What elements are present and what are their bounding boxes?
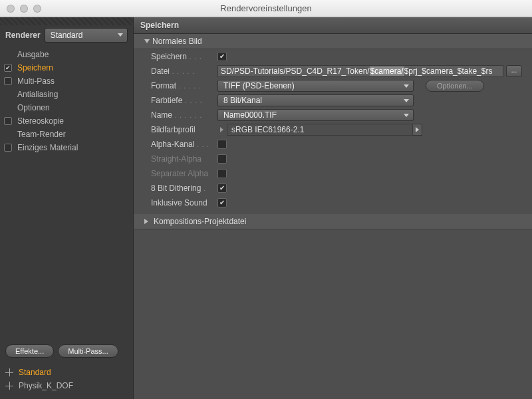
- preset-standard[interactable]: Standard: [0, 366, 133, 379]
- label-name: Name: [151, 110, 172, 120]
- sidebar: Renderer Standard AusgabeSpeichernMulti-…: [0, 17, 133, 399]
- sidebar-item-label: Stereoskopie: [17, 116, 64, 126]
- presets-list: StandardPhysik_K_DOF: [0, 362, 133, 399]
- file-browse-button[interactable]: ...: [506, 65, 522, 77]
- profile-picker-icon[interactable]: [217, 124, 225, 136]
- sidebar-item-label: Team-Render: [17, 130, 66, 139]
- sidebar-item-team-render[interactable]: Team-Render: [0, 128, 133, 141]
- settings-tree: AusgabeSpeichernMulti-PassAntialiasingOp…: [0, 45, 133, 157]
- sidebar-checkbox[interactable]: [4, 77, 12, 85]
- sidebar-item-label: Optionen: [17, 103, 50, 112]
- multipass-button[interactable]: Multi-Pass...: [58, 344, 118, 358]
- depth-dropdown[interactable]: 8 Bit/Kanal: [217, 94, 414, 106]
- preset-label: Physik_K_DOF: [19, 381, 73, 390]
- sidebar-item-stereoskopie[interactable]: Stereoskopie: [0, 114, 133, 128]
- sidebar-item-label: Multi-Pass: [17, 76, 55, 86]
- label-profile: Bildfarbprofil: [151, 125, 196, 134]
- preset-icon: [5, 368, 13, 376]
- label-straight: Straight-Alpha: [151, 154, 201, 164]
- alpha-checkbox[interactable]: [217, 140, 227, 149]
- label-format: Format: [151, 81, 176, 90]
- section-header: Speichern: [134, 17, 532, 34]
- format-dropdown[interactable]: TIFF (PSD-Ebenen): [217, 80, 414, 92]
- chevron-right-icon: [144, 219, 151, 224]
- grip-stripe: [0, 17, 133, 25]
- group-normal-image[interactable]: Normales Bild: [134, 34, 532, 49]
- name-dropdown[interactable]: Name0000.TIF: [217, 109, 414, 121]
- sidebar-item-label: Ausgabe: [17, 50, 49, 59]
- save-checkbox[interactable]: [217, 52, 227, 61]
- label-save: Speichern: [151, 52, 187, 61]
- sidebar-item-antialiasing[interactable]: Antialiasing: [0, 88, 133, 101]
- label-depth: Farbtiefe: [151, 96, 182, 105]
- preset-physik_k_dof[interactable]: Physik_K_DOF: [0, 379, 133, 392]
- sidebar-item-ausgabe[interactable]: Ausgabe: [0, 48, 133, 61]
- format-options-button[interactable]: Optionen...: [426, 80, 484, 92]
- sidebar-item-label: Einziges Material: [17, 143, 78, 152]
- preset-icon: [5, 382, 13, 390]
- content-panel: Speichern Normales Bild Speichern . . . …: [133, 17, 532, 399]
- profile-field[interactable]: sRGB IEC61966-2.1: [227, 124, 413, 136]
- label-alpha: Alpha-Kanal: [151, 140, 194, 149]
- sound-checkbox[interactable]: [217, 198, 227, 207]
- label-dither: 8 Bit Dithering: [151, 184, 201, 193]
- renderer-label: Renderer: [5, 31, 41, 40]
- group-composition-project[interactable]: Kompositions-Projektdatei: [134, 214, 532, 229]
- profile-arrow-button[interactable]: [413, 124, 422, 136]
- label-file: Datei: [151, 66, 170, 76]
- dither-checkbox[interactable]: [217, 184, 227, 193]
- sidebar-item-multi-pass[interactable]: Multi-Pass: [0, 74, 133, 88]
- sidebar-item-speichern[interactable]: Speichern: [0, 61, 133, 74]
- label-sepalpha: Separater Alpha: [151, 169, 208, 178]
- file-path-input[interactable]: SD/PSD-Tutorials/PSD_C4D_R17_Token/$came…: [217, 65, 503, 77]
- sidebar-checkbox[interactable]: [4, 117, 12, 125]
- separate-alpha-checkbox: [217, 169, 227, 178]
- sidebar-checkbox[interactable]: [4, 144, 12, 152]
- sidebar-item-optionen[interactable]: Optionen: [0, 101, 133, 114]
- sidebar-item-label: Speichern: [17, 63, 53, 72]
- straight-alpha-checkbox: [217, 154, 227, 164]
- preset-label: Standard: [19, 368, 51, 377]
- window-title: Rendervoreinstellungen: [0, 3, 532, 13]
- sidebar-item-label: Antialiasing: [17, 90, 58, 99]
- sidebar-checkbox[interactable]: [4, 64, 12, 72]
- label-sound: Inklusive Sound: [151, 198, 207, 207]
- chevron-down-icon: [144, 39, 150, 43]
- effects-button[interactable]: Effekte...: [5, 344, 54, 358]
- renderer-dropdown[interactable]: Standard: [45, 28, 128, 43]
- titlebar: Rendervoreinstellungen: [0, 0, 532, 17]
- sidebar-item-einziges material[interactable]: Einziges Material: [0, 141, 133, 154]
